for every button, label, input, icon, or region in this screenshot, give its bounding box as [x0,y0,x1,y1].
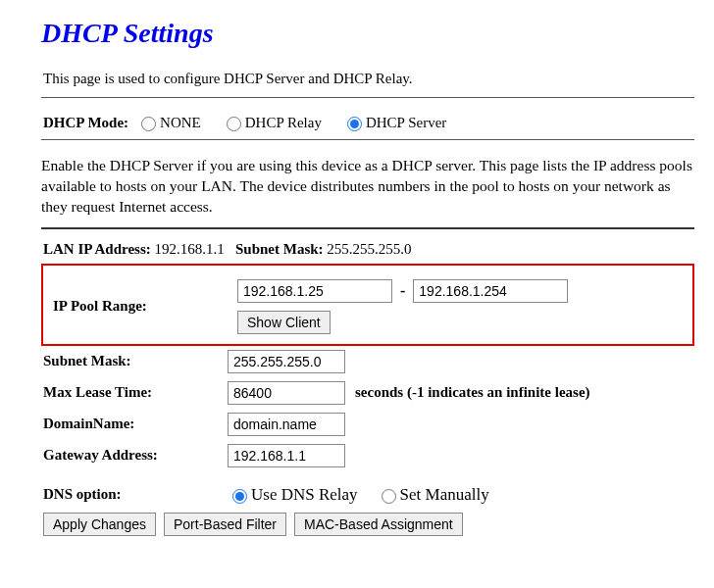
subnet-mask-label: Subnet Mask: [43,353,228,369]
lease-time-label: Max Lease Time: [43,384,228,401]
domain-name-label: DomainName: [43,416,228,432]
lease-time-input[interactable] [228,381,345,405]
page-title: DHCP Settings [41,18,694,49]
divider [41,139,694,140]
dash-separator: - [400,282,405,299]
domain-name-input[interactable] [228,413,345,436]
subnet-mask-input[interactable] [228,350,345,373]
apply-changes-button[interactable]: Apply Changes [43,513,156,536]
dhcp-mode-server-radio[interactable] [347,117,362,131]
mac-based-assignment-button[interactable]: MAC-Based Assignment [294,513,463,536]
ip-pool-end-input[interactable] [413,279,568,303]
ip-pool-highlight-box: IP Pool Range: - Show Client [41,264,694,346]
dns-manual-text: Set Manually [400,485,489,505]
dhcp-mode-relay-text: DHCP Relay [245,115,322,131]
lease-time-suffix: seconds (-1 indicates an infinite lease) [355,384,590,401]
lan-mask-value: 255.255.255.0 [327,241,411,257]
page-intro: This page is used to configure DHCP Serv… [41,71,694,87]
lan-ip-label: LAN IP Address: [43,241,151,257]
divider [41,97,694,98]
ip-pool-label: IP Pool Range: [53,298,237,315]
gateway-label: Gateway Address: [43,447,228,464]
dhcp-mode-relay[interactable]: DHCP Relay [222,114,322,131]
ip-pool-start-input[interactable] [237,279,392,303]
dhcp-mode-row: DHCP Mode: NONE DHCP Relay DHCP Server [41,114,694,131]
dns-relay-radio[interactable] [232,489,247,504]
dns-relay-option[interactable]: Use DNS Relay [228,485,358,505]
lan-info: LAN IP Address: 192.168.1.1 Subnet Mask:… [41,241,694,258]
port-based-filter-button[interactable]: Port-Based Filter [164,513,286,536]
lan-ip-value: 192.168.1.1 [155,241,225,257]
dhcp-mode-relay-radio[interactable] [227,117,241,131]
dhcp-mode-none-text: NONE [160,115,201,131]
divider [41,227,694,229]
gateway-input[interactable] [228,444,345,467]
show-client-button[interactable]: Show Client [237,311,331,334]
dhcp-mode-none-radio[interactable] [141,117,156,131]
dhcp-mode-none[interactable]: NONE [136,114,201,131]
dhcp-description: Enable the DHCP Server if you are using … [41,156,694,218]
dhcp-mode-server-text: DHCP Server [366,115,446,131]
dns-manual-option[interactable]: Set Manually [377,485,489,505]
lan-mask-label: Subnet Mask: [235,241,324,257]
dns-manual-radio[interactable] [382,489,396,504]
dns-option-label: DNS option: [43,486,228,503]
dhcp-mode-label: DHCP Mode: [43,115,128,131]
dns-relay-text: Use DNS Relay [251,485,358,505]
dhcp-mode-server[interactable]: DHCP Server [342,114,446,131]
